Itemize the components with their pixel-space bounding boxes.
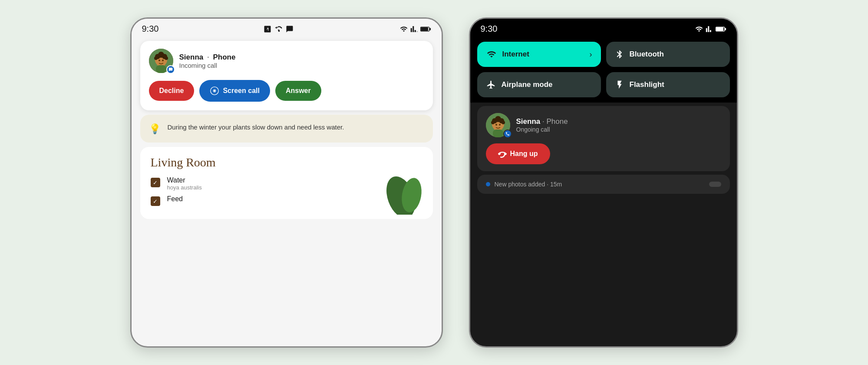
internet-chevron: › (590, 50, 592, 59)
bluetooth-label: Bluetooth (630, 50, 664, 59)
screen-call-icon (210, 86, 219, 96)
ongoing-call-status: Ongoing call (516, 126, 568, 133)
plant-name-1: Water (167, 176, 202, 184)
internet-label: Internet (502, 50, 529, 59)
checkbox-2[interactable]: ✓ (151, 196, 160, 206)
svg-point-14 (162, 60, 164, 61)
checkbox-1[interactable]: ✓ (151, 178, 160, 187)
svg-point-18 (214, 90, 216, 92)
plant-info-1: Water hoya australis (167, 176, 202, 191)
svg-rect-22 (725, 28, 726, 30)
decline-button[interactable]: Decline (149, 81, 195, 101)
bluetooth-icon (615, 50, 624, 59)
svg-point-13 (158, 60, 160, 61)
bulb-icon: 💡 (149, 123, 161, 135)
right-time: 9:30 (481, 24, 498, 34)
wifi-icon (399, 25, 409, 33)
hangup-icon (498, 149, 507, 158)
airplane-icon (486, 80, 496, 90)
plant-info-2: Feed (167, 195, 183, 203)
svg-point-0 (278, 30, 280, 32)
ongoing-call-header: Sienna · Phone Ongoing call (486, 113, 721, 137)
right-status-bar: 9:30 (470, 19, 737, 36)
battery-icon-dark (715, 26, 726, 33)
nfc-icon (264, 25, 271, 33)
svg-rect-35 (493, 129, 503, 137)
wifi-tile-icon (486, 50, 497, 59)
svg-rect-4 (421, 27, 428, 30)
chat-icon (285, 25, 294, 33)
right-phone: 9:30 Internet › (469, 17, 738, 348)
left-status-icons-left (264, 25, 294, 33)
signal-icon-dark (706, 25, 713, 33)
leaf-decoration (375, 171, 427, 215)
caller-info: Sienna · Phone Incoming call (179, 53, 236, 69)
screen-call-label: Screen call (223, 87, 260, 95)
bottom-notif-chip[interactable] (709, 182, 721, 187)
flashlight-label: Flashlight (630, 80, 664, 89)
caller-avatar (149, 49, 173, 73)
left-status-icons-right (399, 25, 431, 33)
left-time: 9:30 (142, 24, 159, 34)
caller-name: Sienna (179, 53, 204, 61)
svg-point-34 (499, 124, 501, 126)
hangup-button[interactable]: Hang up (486, 143, 550, 164)
phone-badge (166, 65, 175, 74)
bottom-notif-content: New photos added · 15m (486, 181, 562, 188)
plant-name-2: Feed (167, 195, 183, 203)
living-room-content: Living Room ✓ Water hoya australis ✓ Fee… (151, 156, 422, 206)
flashlight-tile[interactable]: Flashlight (606, 72, 730, 97)
right-status-icons (694, 25, 726, 33)
flashlight-icon (615, 80, 624, 90)
svg-point-31 (491, 121, 495, 124)
bottom-notification: New photos added · 15m (477, 175, 730, 194)
svg-point-11 (154, 56, 158, 60)
svg-point-33 (495, 124, 497, 126)
wifi-calling-icon (274, 25, 283, 33)
ongoing-caller-name: Sienna · Phone (516, 117, 568, 126)
leaf-svg (375, 171, 427, 215)
tip-card: 💡 During the winter your plants slow dow… (140, 115, 433, 143)
living-room-title: Living Room (151, 156, 422, 169)
svg-rect-15 (156, 65, 166, 73)
bluetooth-tile[interactable]: Bluetooth (606, 42, 730, 67)
call-action-buttons: Decline Screen call Answer (149, 80, 424, 102)
plant-species-1: hoya australis (167, 184, 202, 191)
left-status-bar: 9:30 (132, 19, 442, 36)
incoming-call-card: Sienna · Phone Incoming call Decline Scr… (140, 41, 433, 110)
caller-source: Phone (213, 53, 235, 61)
ongoing-phone-badge (503, 129, 512, 138)
notif-header: Sienna · Phone Incoming call (149, 49, 424, 73)
ongoing-call-card: Sienna · Phone Ongoing call Hang up (477, 106, 730, 171)
svg-point-12 (165, 56, 168, 60)
battery-icon (420, 26, 431, 33)
caller-name-line: Sienna · Phone (179, 53, 236, 62)
notif-dot (486, 182, 490, 186)
bottom-notif-text: New photos added · 15m (495, 181, 562, 188)
svg-point-32 (502, 121, 505, 124)
airplane-mode-tile[interactable]: Airplane mode (477, 72, 601, 97)
svg-rect-24 (716, 27, 723, 30)
ongoing-caller-info: Sienna · Phone Ongoing call (516, 117, 568, 133)
internet-tile[interactable]: Internet › (477, 42, 601, 67)
airplane-label: Airplane mode (502, 80, 553, 89)
hangup-label: Hang up (510, 150, 538, 158)
ongoing-caller-avatar (486, 113, 510, 137)
call-status: Incoming call (179, 62, 236, 69)
svg-rect-2 (429, 28, 431, 30)
living-room-card: Living Room ✓ Water hoya australis ✓ Fee… (140, 147, 433, 219)
tip-text: During the winter your plants slow down … (168, 123, 344, 133)
wifi-icon-dark (694, 25, 704, 33)
quick-settings-grid: Internet › Bluetooth Airplane mode Flash… (470, 36, 737, 103)
left-phone: 9:30 (130, 17, 443, 348)
answer-button[interactable]: Answer (275, 81, 321, 101)
dot-separator: · (207, 53, 209, 61)
signal-icon (410, 25, 418, 33)
screen-call-button[interactable]: Screen call (199, 80, 270, 102)
